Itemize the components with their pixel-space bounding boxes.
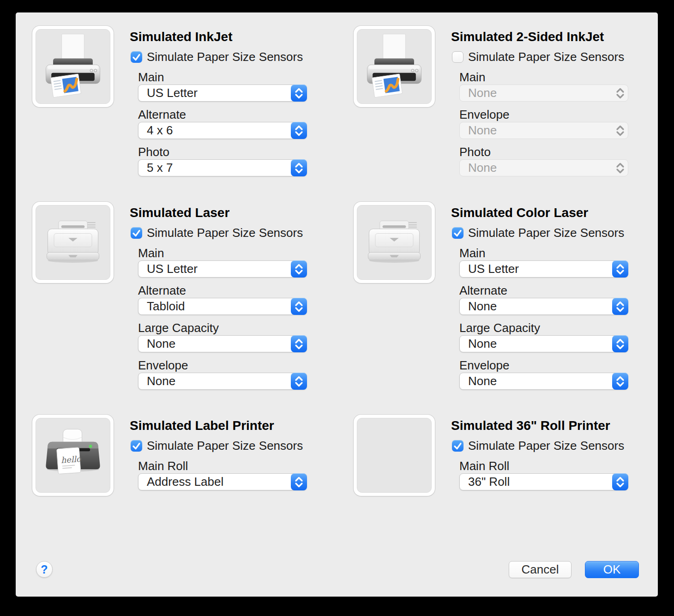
popup-selected-value: None xyxy=(138,337,175,351)
printer-title: Simulated Laser xyxy=(130,205,328,220)
checkmark-icon xyxy=(131,227,142,239)
popup-selected-value: None xyxy=(460,337,497,351)
ok-button[interactable]: OK xyxy=(585,561,639,578)
popup-chevrons-icon xyxy=(612,260,628,278)
printer-title: Simulated 2-Sided InkJet xyxy=(451,30,650,44)
simulate-paper-size-sensors-checkbox[interactable] xyxy=(131,51,142,63)
tray-label: Main xyxy=(459,70,650,84)
popup-selected-value: None xyxy=(460,86,497,100)
simulate-paper-size-sensors-checkbox[interactable] xyxy=(452,227,463,239)
simulate-paper-size-sensors-checkbox[interactable] xyxy=(452,440,463,452)
simulate-paper-size-sensors-checkbox[interactable] xyxy=(131,227,142,239)
inkjet-printer-icon xyxy=(357,30,431,103)
main-tray-popup[interactable]: US Letter xyxy=(138,85,307,102)
popup-selected-value: None xyxy=(460,161,497,175)
popup-chevrons-icon xyxy=(612,473,628,490)
tray-label: Main xyxy=(138,246,328,260)
tray-label: Alternate xyxy=(459,284,650,297)
main-roll-popup[interactable]: 36" Roll xyxy=(459,473,628,490)
popup-chevrons-icon xyxy=(612,159,628,176)
popup-selected-value: 4 x 6 xyxy=(138,123,173,138)
tray-field: Photo None xyxy=(459,145,650,176)
tray-field: Large Capacity None xyxy=(459,321,650,352)
checkbox-label: Simulate Paper Size Sensors xyxy=(468,50,624,64)
printer-icon-well xyxy=(32,415,114,496)
tray-label: Main Roll xyxy=(459,459,650,473)
tray-label: Main xyxy=(459,246,650,260)
inkjet-printer-icon xyxy=(36,30,110,103)
photo-tray-popup[interactable]: None xyxy=(459,159,628,176)
tray-field: Main Roll 36" Roll xyxy=(459,459,650,490)
tray-field: Alternate 4 x 6 xyxy=(138,108,328,139)
main-tray-popup[interactable]: None xyxy=(459,85,628,102)
tray-field: Main US Letter xyxy=(138,70,328,102)
tray-label: Photo xyxy=(459,145,650,159)
simulate-paper-size-sensors-checkbox[interactable] xyxy=(452,51,463,63)
simulate-paper-size-sensors-checkbox[interactable] xyxy=(131,440,142,452)
popup-chevrons-icon xyxy=(612,373,628,390)
main-tray-popup[interactable]: US Letter xyxy=(459,260,628,278)
tray-field: Alternate Tabloid xyxy=(138,284,328,315)
printer-icon-frame xyxy=(36,418,110,493)
printer-title: Simulated Label Printer xyxy=(130,418,328,433)
laser-printer-icon xyxy=(36,205,110,279)
tray-label: Main Roll xyxy=(138,459,328,473)
popup-chevrons-icon xyxy=(612,122,628,139)
checkbox-label: Simulate Paper Size Sensors xyxy=(147,50,303,64)
popup-chevrons-icon xyxy=(291,335,307,352)
popup-chevrons-icon xyxy=(612,85,628,102)
popup-selected-value: None xyxy=(460,123,497,138)
popup-chevrons-icon xyxy=(291,85,307,102)
checkmark-icon xyxy=(131,51,142,63)
envelope-tray-popup[interactable]: None xyxy=(459,373,628,390)
checkmark-icon xyxy=(131,440,142,452)
main-roll-popup[interactable]: Address Label xyxy=(138,473,307,490)
popup-chevrons-icon xyxy=(291,473,307,490)
help-button[interactable]: ? xyxy=(36,561,53,578)
tray-field: Main None xyxy=(459,70,650,102)
main-tray-popup[interactable]: US Letter xyxy=(138,260,307,278)
tray-field: Main US Letter xyxy=(459,246,650,278)
alternate-tray-popup[interactable]: None xyxy=(459,298,628,315)
popup-chevrons-icon xyxy=(291,373,307,390)
popup-chevrons-icon xyxy=(612,298,628,315)
checkbox-label: Simulate Paper Size Sensors xyxy=(147,439,303,453)
tray-label: Main xyxy=(138,70,328,84)
checkmark-icon xyxy=(452,227,463,239)
checkbox-label: Simulate Paper Size Sensors xyxy=(468,226,624,240)
popup-selected-value: None xyxy=(460,299,497,314)
photo-tray-popup[interactable]: 5 x 7 xyxy=(138,159,307,176)
printer-title: Simulated 36" Roll Printer xyxy=(451,418,650,433)
alternate-tray-popup[interactable]: 4 x 6 xyxy=(138,122,307,139)
printer-icon-well xyxy=(32,202,114,283)
popup-selected-value: US Letter xyxy=(138,86,198,100)
popup-selected-value: None xyxy=(460,374,497,388)
envelope-tray-popup[interactable]: None xyxy=(459,122,628,139)
large-capacity-tray-popup[interactable]: None xyxy=(138,335,307,352)
tray-label: Alternate xyxy=(138,108,328,121)
tray-field: Envelope None xyxy=(459,108,650,139)
alternate-tray-popup[interactable]: Tabloid xyxy=(138,298,307,315)
tray-label: Large Capacity xyxy=(138,321,328,335)
tray-field: Main US Letter xyxy=(138,246,328,278)
cancel-button[interactable]: Cancel xyxy=(509,561,572,578)
popup-chevrons-icon xyxy=(291,260,307,278)
popup-chevrons-icon xyxy=(291,122,307,139)
popup-selected-value: US Letter xyxy=(460,262,519,276)
envelope-tray-popup[interactable]: None xyxy=(138,373,307,390)
printer-icon-well xyxy=(354,415,435,496)
checkbox-label: Simulate Paper Size Sensors xyxy=(468,439,624,453)
large-capacity-tray-popup[interactable]: None xyxy=(459,335,628,352)
checkbox-label: Simulate Paper Size Sensors xyxy=(147,226,303,240)
tray-field: Envelope None xyxy=(138,358,328,390)
tray-field: Photo 5 x 7 xyxy=(138,145,328,176)
checkmark-icon xyxy=(452,440,463,452)
tray-field: Envelope None xyxy=(459,358,650,390)
simulated-printers-dialog: Simulated InkJet Simulate Paper Size Sen… xyxy=(16,12,658,597)
printer-icon-well xyxy=(354,26,435,107)
popup-selected-value: 5 x 7 xyxy=(138,161,173,175)
printer-icon-well xyxy=(354,202,435,283)
printer-icon-frame xyxy=(357,205,432,280)
printer-icon-frame xyxy=(36,205,110,280)
popup-selected-value: 36" Roll xyxy=(460,475,510,489)
